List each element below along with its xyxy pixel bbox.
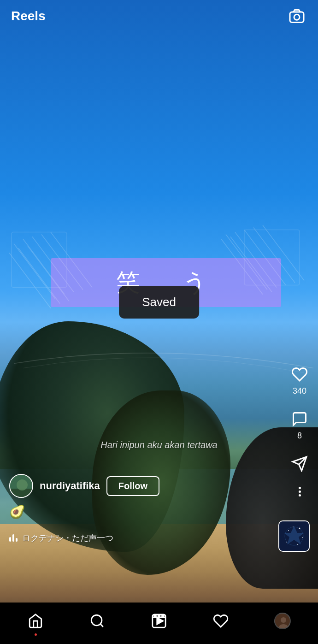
likes-icon (213, 613, 229, 629)
svg-marker-35 (157, 618, 163, 624)
nav-search[interactable] (66, 603, 128, 639)
svg-point-39 (162, 615, 164, 617)
search-icon (89, 613, 105, 629)
home-active-dot (35, 633, 37, 636)
share-button[interactable] (289, 454, 310, 474)
bottom-nav (0, 603, 318, 644)
comment-button[interactable]: 8 (289, 409, 310, 441)
svg-point-26 (286, 542, 287, 543)
comment-icon (289, 409, 310, 429)
nav-reels[interactable] (128, 603, 190, 639)
svg-point-32 (91, 615, 102, 626)
heart-icon (289, 364, 310, 384)
profile-avatar (274, 613, 291, 629)
reel-thumbnail[interactable] (278, 520, 310, 552)
nav-likes[interactable] (190, 603, 252, 639)
music-row: ロクデナシ・ただ声一つ (9, 532, 272, 544)
reels-icon (151, 613, 167, 629)
like-button[interactable]: 340 (289, 364, 310, 396)
reel-container: 笑 う Saved Reels Hari inipun aku akan ter… (0, 0, 318, 644)
comment-count: 8 (297, 431, 302, 441)
svg-line-33 (100, 624, 103, 627)
caption-subtitle: Hari inipun aku akan tertawa (0, 440, 318, 450)
svg-point-38 (158, 615, 160, 617)
svg-point-41 (281, 617, 286, 623)
svg-point-23 (288, 530, 289, 531)
more-options-button[interactable] (299, 487, 301, 496)
camera-button[interactable] (287, 6, 307, 26)
music-text: ロクデナシ・ただ声一つ (22, 532, 113, 544)
emoji-row: 🥑 (9, 504, 267, 520)
nav-profile[interactable] (252, 603, 313, 639)
username: nurdiyatifika (40, 480, 100, 492)
saved-toast: Saved (119, 286, 199, 319)
svg-point-31 (17, 479, 28, 490)
top-header: Reels (0, 0, 318, 32)
svg-point-18 (294, 14, 300, 20)
send-icon (289, 454, 310, 474)
home-icon (28, 613, 43, 629)
follow-button[interactable]: Follow (106, 476, 159, 496)
svg-rect-17 (290, 12, 304, 23)
right-actions: 340 8 (289, 364, 310, 496)
bottom-info: nurdiyatifika Follow 🥑 (0, 474, 277, 524)
user-row: nurdiyatifika Follow (9, 474, 267, 498)
nav-home[interactable] (5, 603, 66, 639)
svg-point-25 (302, 537, 303, 538)
svg-point-24 (299, 528, 300, 529)
svg-point-27 (297, 544, 298, 545)
like-count: 340 (293, 386, 306, 396)
music-bars-icon (9, 534, 18, 542)
page-title: Reels (11, 9, 46, 24)
avatar[interactable] (9, 474, 33, 498)
svg-point-28 (293, 526, 294, 527)
svg-point-37 (154, 615, 156, 617)
